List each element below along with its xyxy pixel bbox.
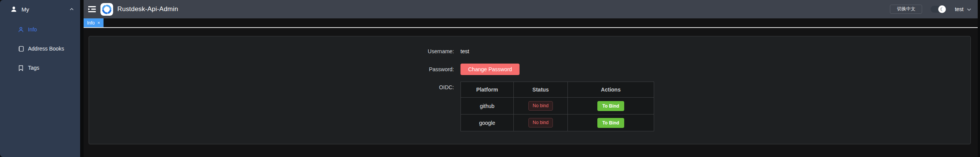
to-bind-button-google[interactable]: To Bind (597, 118, 624, 128)
content-area: Username: test Password: Change Password… (84, 28, 978, 156)
sidebar-group-my[interactable]: My (0, 2, 80, 17)
sidebar-item-info[interactable]: Info (0, 23, 80, 36)
user-info-form: Username: test Password: Change Password… (385, 46, 676, 138)
user-dropdown[interactable]: test (955, 6, 972, 12)
tab-close-icon[interactable]: × (97, 21, 100, 25)
top-header: Rustdesk-Api-Admin 切换中文 ☾ test (84, 0, 978, 18)
sidebar: My Info Address Books Tags (0, 0, 80, 157)
chevron-up-icon (69, 7, 74, 11)
rustdesk-logo (100, 3, 113, 16)
sidebar-item-label: Info (28, 26, 37, 33)
platform-cell: google (461, 114, 514, 131)
app-title: Rustdesk-Api-Admin (117, 5, 178, 13)
actions-cell: To Bind (568, 98, 654, 114)
platform-cell: github (461, 98, 514, 114)
user-name: test (955, 6, 964, 12)
theme-toggle-switch[interactable]: ☾ (931, 6, 945, 13)
username-label: Username: (385, 46, 460, 57)
username-value: test (460, 46, 469, 57)
status-cell: No bind (514, 98, 568, 114)
user-filled-icon (10, 6, 17, 13)
language-toggle-button[interactable]: 切换中文 (890, 5, 922, 13)
status-badge: No bind (528, 118, 552, 127)
oidc-label: OIDC: (385, 82, 460, 131)
chevron-down-icon (967, 7, 972, 12)
sidebar-item-label: Address Books (28, 46, 64, 52)
password-row: Password: Change Password (385, 64, 676, 75)
sidebar-item-tags[interactable]: Tags (0, 61, 80, 74)
oidc-row-google: google No bind To Bind (461, 114, 654, 131)
tab-info[interactable]: Info × (84, 18, 104, 27)
oidc-col-status: Status (514, 82, 568, 98)
sidebar-group-label: My (21, 6, 29, 13)
oidc-row-github: github No bind To Bind (461, 98, 654, 114)
oidc-row: OIDC: Platform Status Actions (385, 82, 676, 131)
username-row: Username: test (385, 46, 676, 57)
to-bind-button-github[interactable]: To Bind (597, 101, 624, 111)
main-area: Rustdesk-Api-Admin 切换中文 ☾ test Info × (84, 0, 978, 157)
app-window: My Info Address Books Tags Rustdesk-Api-… (0, 0, 980, 157)
oidc-table-header-row: Platform Status Actions (461, 82, 654, 98)
password-label: Password: (385, 64, 460, 75)
tab-label: Info (87, 20, 95, 26)
hamburger-menu-icon[interactable] (88, 6, 96, 13)
info-panel: Username: test Password: Change Password… (89, 36, 971, 144)
oidc-col-actions: Actions (568, 82, 654, 98)
status-badge: No bind (528, 101, 552, 110)
theme-switch-thumb: ☾ (938, 5, 946, 13)
oidc-col-platform: Platform (461, 82, 514, 98)
sidebar-item-address-books[interactable]: Address Books (0, 42, 80, 55)
user-outline-icon (18, 26, 24, 33)
change-password-button[interactable]: Change Password (460, 64, 520, 75)
bookmark-icon (18, 65, 24, 71)
notebook-icon (18, 46, 24, 52)
tabs-bar: Info × (84, 18, 978, 28)
oidc-table: Platform Status Actions github No bind T… (460, 82, 654, 131)
moon-icon: ☾ (940, 7, 945, 12)
sidebar-item-label: Tags (28, 65, 39, 71)
actions-cell: To Bind (568, 114, 654, 131)
status-cell: No bind (514, 114, 568, 131)
